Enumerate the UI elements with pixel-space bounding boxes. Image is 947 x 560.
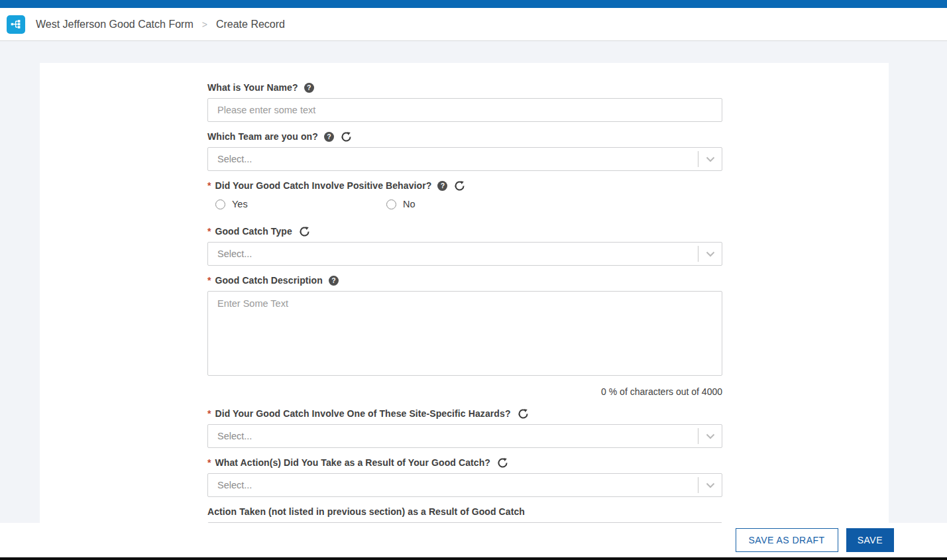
help-icon[interactable]: ? bbox=[437, 181, 447, 191]
required-marker: * bbox=[207, 408, 211, 419]
radio-circle-icon[interactable] bbox=[386, 199, 396, 209]
hierarchy-icon bbox=[10, 18, 23, 30]
field-good-catch-type-label-row: * Good Catch Type bbox=[207, 225, 722, 237]
chevron-down-icon bbox=[698, 428, 722, 444]
field-positive-behavior: * Did Your Good Catch Involve Positive B… bbox=[207, 180, 722, 209]
reset-field-icon[interactable] bbox=[454, 180, 465, 192]
team-select-value: Select... bbox=[217, 154, 252, 164]
page-background: What is Your Name? ? Which Team are you … bbox=[0, 42, 947, 560]
field-team-label: Which Team are you on? bbox=[207, 131, 318, 142]
breadcrumb-separator-icon: > bbox=[202, 19, 207, 30]
field-actions-taken: * What Action(s) Did You Take as a Resul… bbox=[207, 457, 722, 497]
breadcrumb-app-title[interactable]: West Jefferson Good Catch Form bbox=[36, 19, 194, 30]
field-description: * Good Catch Description ? 0 % of charac… bbox=[207, 274, 722, 397]
radio-option-yes[interactable]: Yes bbox=[215, 199, 386, 209]
field-team-label-row: Which Team are you on? ? bbox=[207, 131, 722, 142]
field-description-label-row: * Good Catch Description ? bbox=[207, 274, 722, 286]
field-name-label: What is Your Name? bbox=[207, 82, 298, 93]
good-catch-type-select-value: Select... bbox=[217, 249, 252, 259]
field-other-action-label: Action Taken (not listed in previous sec… bbox=[207, 506, 525, 517]
chevron-down-icon bbox=[698, 246, 722, 262]
help-icon[interactable]: ? bbox=[324, 132, 334, 142]
reset-field-icon[interactable] bbox=[341, 131, 352, 142]
reset-field-icon[interactable] bbox=[518, 408, 529, 420]
field-actions-taken-label: What Action(s) Did You Take as a Result … bbox=[215, 457, 490, 468]
breadcrumb-page-title: Create Record bbox=[216, 19, 285, 30]
save-button[interactable]: SAVE bbox=[846, 528, 894, 552]
required-marker: * bbox=[207, 226, 211, 237]
chevron-down-icon bbox=[698, 151, 722, 167]
form-card: What is Your Name? ? Which Team are you … bbox=[40, 63, 889, 560]
form-app-icon[interactable] bbox=[7, 15, 25, 34]
required-marker: * bbox=[207, 457, 211, 468]
character-counter: 0 % of characters out of 4000 bbox=[207, 386, 722, 397]
field-good-catch-type-label: Good Catch Type bbox=[215, 226, 292, 237]
radio-option-yes-label: Yes bbox=[232, 199, 248, 209]
required-marker: * bbox=[207, 180, 211, 191]
field-hazards: * Did Your Good Catch Involve One of The… bbox=[207, 408, 722, 448]
radio-option-no[interactable]: No bbox=[386, 199, 416, 209]
field-hazards-label: Did Your Good Catch Involve One of These… bbox=[215, 408, 510, 419]
reset-field-icon[interactable] bbox=[497, 457, 508, 469]
app-window: West Jefferson Good Catch Form > Create … bbox=[0, 0, 947, 560]
reset-field-icon[interactable] bbox=[299, 226, 310, 237]
field-other-action-label-row: Action Taken (not listed in previous sec… bbox=[207, 506, 722, 518]
field-name: What is Your Name? ? bbox=[207, 82, 722, 122]
field-positive-behavior-label: Did Your Good Catch Involve Positive Beh… bbox=[215, 180, 431, 191]
save-as-draft-button[interactable]: SAVE AS DRAFT bbox=[736, 528, 838, 552]
app-header: West Jefferson Good Catch Form > Create … bbox=[0, 8, 947, 41]
field-actions-taken-label-row: * What Action(s) Did You Take as a Resul… bbox=[207, 457, 722, 469]
breadcrumb: West Jefferson Good Catch Form > Create … bbox=[36, 19, 285, 30]
team-select[interactable]: Select... bbox=[207, 147, 722, 171]
field-positive-behavior-label-row: * Did Your Good Catch Involve Positive B… bbox=[207, 180, 722, 192]
action-footer: SAVE AS DRAFT SAVE bbox=[0, 523, 947, 557]
window-bottom-edge bbox=[0, 557, 947, 560]
good-catch-type-select[interactable]: Select... bbox=[207, 242, 722, 266]
help-icon[interactable]: ? bbox=[304, 83, 314, 93]
field-name-label-row: What is Your Name? ? bbox=[207, 82, 722, 93]
chevron-down-icon bbox=[698, 477, 722, 493]
help-icon[interactable]: ? bbox=[329, 276, 339, 286]
field-description-label: Good Catch Description bbox=[215, 275, 322, 286]
field-hazards-label-row: * Did Your Good Catch Involve One of The… bbox=[207, 408, 722, 420]
radio-option-no-label: No bbox=[403, 199, 416, 209]
required-marker: * bbox=[207, 275, 211, 286]
hazards-select[interactable]: Select... bbox=[207, 424, 722, 448]
actions-taken-select-value: Select... bbox=[217, 480, 252, 490]
field-good-catch-type: * Good Catch Type Select... bbox=[207, 225, 722, 266]
actions-taken-select[interactable]: Select... bbox=[207, 473, 722, 497]
positive-behavior-radio-group: Yes No bbox=[215, 199, 722, 209]
description-textarea[interactable] bbox=[207, 291, 722, 376]
name-input[interactable] bbox=[207, 98, 722, 122]
top-accent-bar bbox=[0, 0, 947, 8]
hazards-select-value: Select... bbox=[217, 431, 252, 441]
field-team: Which Team are you on? ? Select... bbox=[207, 131, 722, 171]
form-column: What is Your Name? ? Which Team are you … bbox=[207, 63, 722, 546]
radio-circle-icon[interactable] bbox=[215, 199, 225, 209]
